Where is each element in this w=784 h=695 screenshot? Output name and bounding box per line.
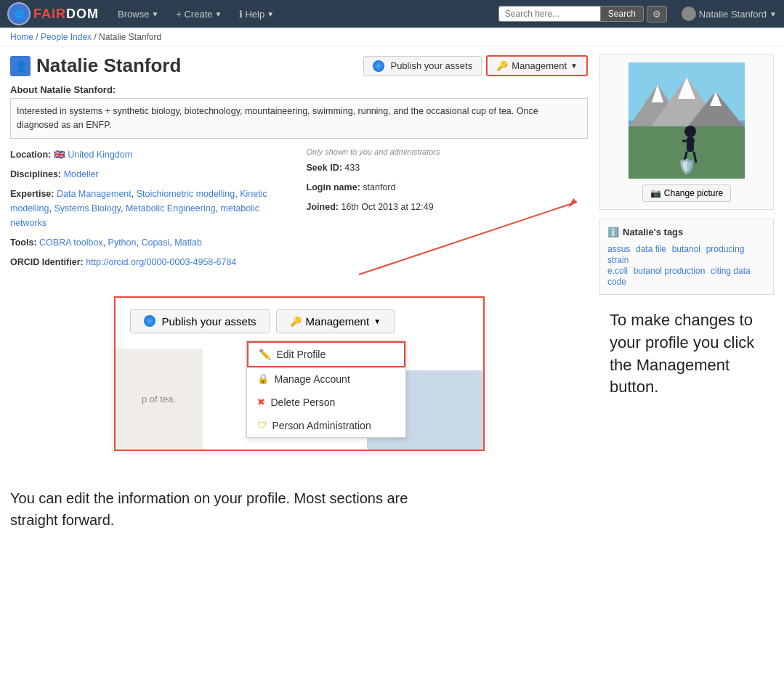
about-label: About Natalie Stanford: xyxy=(10,84,588,95)
about-section: About Natalie Stanford: Interested in sy… xyxy=(10,84,588,139)
disciplines-row: Disciplines: Modeller xyxy=(10,167,292,182)
zoomed-key-icon: 🔑 xyxy=(290,316,302,327)
flag-uk-icon: 🇬🇧 xyxy=(54,150,68,160)
logo[interactable]: 🌐 FAIRDOM xyxy=(7,2,99,25)
profile-photo: 🛡️ xyxy=(629,62,745,179)
search-input[interactable] xyxy=(498,6,600,22)
info-left: Location: 🇬🇧 United Kingdom Disciplines:… xyxy=(10,147,292,275)
joined-row: Joined: 16th Oct 2013 at 12:49 xyxy=(307,200,589,214)
management-caret-icon: ▼ xyxy=(570,62,578,70)
change-picture-area: 📷 Change picture xyxy=(607,184,766,202)
login-label: Login name: xyxy=(307,182,360,192)
seek-id-label: Seek ID: xyxy=(307,163,342,173)
navbar: 🌐 FAIRDOM Browse ▼ + Create ▼ ℹ Help ▼ S… xyxy=(0,0,784,28)
tags-header: ℹ️ Natalie's tags xyxy=(607,227,766,237)
tag-butanol-production[interactable]: butanol production xyxy=(634,266,706,276)
user-label: Natalie Stanford xyxy=(699,9,767,20)
shield-badge-icon: 🛡️ xyxy=(678,158,696,175)
annotation-management-text: To make changes to your profile you clic… xyxy=(610,309,764,399)
breadcrumb-people-index[interactable]: People Index xyxy=(41,32,92,42)
page-header: 👤 Natalie Stanford Publish your assets 🔑… xyxy=(10,54,588,77)
orcid-link[interactable]: http://orcid.org/0000-0003-4958-6784 xyxy=(86,257,236,267)
zoom-box: p of tea. Publish your assets 🔑 Manageme… xyxy=(114,296,485,451)
zoomed-publish-button[interactable]: Publish your assets xyxy=(130,309,270,333)
person-icon: 👤 xyxy=(10,56,31,76)
page-title: Natalie Stanford xyxy=(36,54,181,77)
change-picture-button[interactable]: 📷 Change picture xyxy=(642,184,731,202)
main-content: 👤 Natalie Stanford Publish your assets 🔑… xyxy=(0,47,784,473)
browse-button[interactable]: Browse ▼ xyxy=(112,6,164,23)
orcid-label: ORCID Identifier: xyxy=(10,257,84,267)
left-column: 👤 Natalie Stanford Publish your assets 🔑… xyxy=(10,54,588,466)
expertise-label: Expertise: xyxy=(10,189,54,199)
tools-label: Tools: xyxy=(10,237,37,248)
private-note: Only shown to you and administrators xyxy=(307,147,589,156)
tag-code[interactable]: code xyxy=(607,277,626,287)
svg-point-11 xyxy=(684,126,696,137)
create-button[interactable]: + Create ▼ xyxy=(170,6,227,23)
tags-list: assus data file butanol producing strain… xyxy=(607,243,766,287)
tag-citing-data[interactable]: citing data xyxy=(711,266,751,276)
location-row: Location: 🇬🇧 United Kingdom xyxy=(10,147,292,162)
lock-icon: 🔒 xyxy=(257,373,269,384)
breadcrumb-current: Natalie Stanford xyxy=(99,32,161,42)
joined-label: Joined: xyxy=(307,202,339,212)
disciplines-label: Disciplines: xyxy=(10,169,61,179)
x-delete-icon: ✖ xyxy=(257,397,265,407)
tag-data-file[interactable]: data file xyxy=(636,244,666,254)
key-icon: 🔑 xyxy=(496,60,508,71)
login-value: stanford xyxy=(363,182,395,192)
zoomed-management-button[interactable]: 🔑 Management ▼ xyxy=(276,309,395,333)
globe-icon xyxy=(373,60,384,72)
delete-person-item[interactable]: ✖ Delete Person xyxy=(247,391,405,414)
profile-photo-box: 🛡️ 📷 Change picture xyxy=(599,54,774,210)
tags-box: ℹ️ Natalie's tags assus data file butano… xyxy=(599,219,774,295)
seek-id-row: Seek ID: 433 xyxy=(307,160,589,175)
shield-admin-icon: 🛡 xyxy=(257,420,267,431)
tag-assus[interactable]: assus xyxy=(607,244,630,254)
breadcrumb-home[interactable]: Home xyxy=(10,32,33,42)
location-value[interactable]: United Kingdom xyxy=(68,150,132,160)
help-button[interactable]: ℹ Help ▼ xyxy=(233,6,280,23)
edit-profile-item[interactable]: ✏️ Edit Profile xyxy=(247,341,405,367)
management-dropdown: ✏️ Edit Profile 🔒 Manage Account ✖ Delet… xyxy=(246,341,406,438)
avatar xyxy=(682,7,696,21)
orcid-row: ORCID Identifier: http://orcid.org/0000-… xyxy=(10,255,292,269)
location-label: Location: xyxy=(10,150,51,160)
joined-value: 16th Oct 2013 at 12:49 xyxy=(341,202,433,212)
pencil-edit-icon: ✏️ xyxy=(259,349,271,360)
logo-icon: 🌐 xyxy=(7,2,31,25)
search-area: Search ⚙ xyxy=(498,6,667,23)
user-caret-icon: ▼ xyxy=(769,10,777,18)
camera-icon: 📷 xyxy=(650,188,661,198)
tools-row: Tools: COBRA toolbox, Python, Copasi, Ma… xyxy=(10,235,292,250)
info-right: Only shown to you and administrators See… xyxy=(307,147,589,275)
settings-icon[interactable]: ⚙ xyxy=(647,6,667,23)
about-text: Interested in systems + synthetic biolog… xyxy=(10,98,588,139)
login-row: Login name: stanford xyxy=(307,180,589,195)
info-icon: ℹ️ xyxy=(607,227,619,237)
svg-rect-12 xyxy=(687,137,694,152)
zoomed-globe-icon xyxy=(144,315,155,327)
header-buttons: Publish your assets 🔑 Management ▼ xyxy=(363,55,588,76)
title-area: 👤 Natalie Stanford xyxy=(10,54,181,77)
logo-text: FAIRDOM xyxy=(33,7,99,22)
expertise-row: Expertise: Data Management, Stoichiometr… xyxy=(10,187,292,230)
user-menu[interactable]: Natalie Stanford ▼ xyxy=(682,7,777,21)
management-button[interactable]: 🔑 Management ▼ xyxy=(486,55,588,76)
bottom-annotation-text: You can edit the information on your pro… xyxy=(10,487,446,531)
zoomed-caret-icon: ▼ xyxy=(373,317,381,325)
disciplines-value[interactable]: Modeller xyxy=(64,169,99,179)
tag-butanol[interactable]: butanol xyxy=(672,244,700,254)
tools-values: COBRA toolbox, Python, Copasi, Matlab xyxy=(39,237,202,248)
publish-assets-button[interactable]: Publish your assets xyxy=(363,56,482,76)
breadcrumb: Home / People Index / Natalie Stanford xyxy=(0,28,784,47)
manage-account-item[interactable]: 🔒 Manage Account xyxy=(247,367,405,391)
profile-info: Location: 🇬🇧 United Kingdom Disciplines:… xyxy=(10,147,588,275)
search-button[interactable]: Search xyxy=(600,6,644,22)
right-column: 🛡️ 📷 Change picture ℹ️ Natalie's tags as… xyxy=(599,54,774,466)
person-administration-item[interactable]: 🛡 Person Administration xyxy=(247,414,405,437)
zoom-buttons: Publish your assets 🔑 Management ▼ xyxy=(130,309,469,333)
tag-ecoli[interactable]: e.coli xyxy=(607,266,628,276)
